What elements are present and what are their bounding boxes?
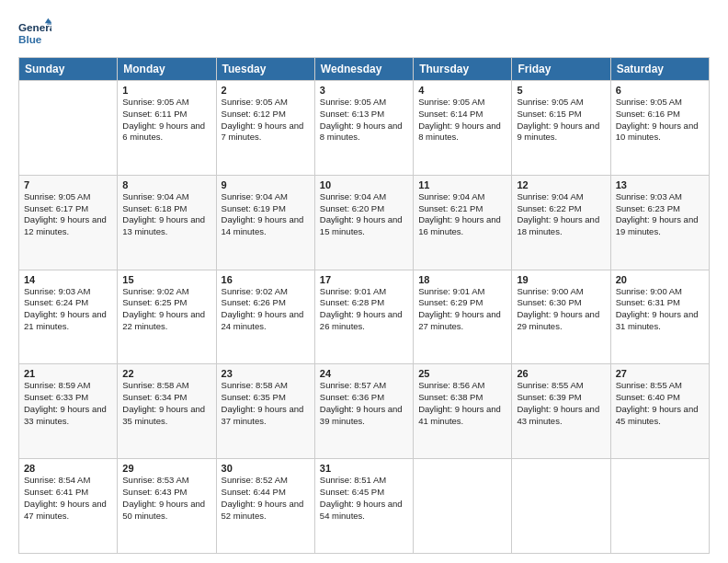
- daylight-label: Daylight: 9 hours and 27 minutes.: [418, 309, 501, 331]
- sunrise-label: Sunrise: 8:56 AM: [418, 380, 484, 390]
- day-number: 21: [24, 368, 112, 379]
- day-number: 13: [616, 179, 704, 190]
- day-number: 28: [24, 463, 112, 474]
- calendar-body: 1 Sunrise: 9:05 AM Sunset: 6:11 PM Dayli…: [19, 81, 710, 554]
- calendar-cell: 29 Sunrise: 8:53 AM Sunset: 6:43 PM Dayl…: [118, 459, 216, 554]
- sunset-label: Sunset: 6:29 PM: [418, 297, 483, 307]
- day-number: 15: [122, 274, 210, 285]
- sunrise-label: Sunrise: 9:01 AM: [320, 286, 386, 296]
- week-row-1: 7 Sunrise: 9:05 AM Sunset: 6:17 PM Dayli…: [19, 175, 710, 270]
- sunset-label: Sunset: 6:38 PM: [418, 392, 483, 402]
- daylight-label: Daylight: 9 hours and 15 minutes.: [320, 214, 403, 236]
- daylight-label: Daylight: 9 hours and 7 minutes.: [222, 121, 304, 143]
- day-info: Sunrise: 8:58 AM Sunset: 6:34 PM Dayligh…: [122, 380, 210, 427]
- day-header-wednesday: Wednesday: [314, 58, 413, 81]
- day-info: Sunrise: 9:05 AM Sunset: 6:17 PM Dayligh…: [24, 191, 112, 238]
- day-number: 26: [517, 368, 605, 379]
- calendar-cell: 16 Sunrise: 9:02 AM Sunset: 6:26 PM Dayl…: [216, 270, 314, 364]
- calendar-cell: 1 Sunrise: 9:05 AM Sunset: 6:11 PM Dayli…: [118, 81, 216, 176]
- daylight-label: Daylight: 9 hours and 31 minutes.: [616, 309, 699, 331]
- sunrise-label: Sunrise: 9:04 AM: [418, 191, 484, 201]
- sunset-label: Sunset: 6:31 PM: [616, 297, 680, 307]
- daylight-label: Daylight: 9 hours and 47 minutes.: [24, 499, 107, 521]
- calendar-cell: 10 Sunrise: 9:04 AM Sunset: 6:20 PM Dayl…: [314, 175, 413, 270]
- sunset-label: Sunset: 6:23 PM: [616, 203, 680, 213]
- daylight-label: Daylight: 9 hours and 22 minutes.: [122, 309, 205, 331]
- sunrise-label: Sunrise: 9:02 AM: [222, 286, 288, 296]
- day-info: Sunrise: 9:01 AM Sunset: 6:28 PM Dayligh…: [320, 286, 408, 333]
- day-number: 11: [418, 179, 506, 190]
- day-number: 14: [24, 274, 112, 285]
- sunrise-label: Sunrise: 8:54 AM: [24, 475, 90, 485]
- calendar-cell: 3 Sunrise: 9:05 AM Sunset: 6:13 PM Dayli…: [314, 81, 413, 176]
- day-info: Sunrise: 9:03 AM Sunset: 6:24 PM Dayligh…: [24, 286, 112, 333]
- day-info: Sunrise: 9:04 AM Sunset: 6:21 PM Dayligh…: [418, 191, 506, 238]
- sunset-label: Sunset: 6:17 PM: [24, 203, 88, 213]
- calendar-cell: 24 Sunrise: 8:57 AM Sunset: 6:36 PM Dayl…: [314, 364, 413, 459]
- week-row-3: 21 Sunrise: 8:59 AM Sunset: 6:33 PM Dayl…: [19, 364, 710, 459]
- daylight-label: Daylight: 9 hours and 19 minutes.: [616, 214, 699, 236]
- day-number: 9: [222, 179, 310, 190]
- day-info: Sunrise: 9:04 AM Sunset: 6:22 PM Dayligh…: [517, 191, 605, 238]
- calendar-cell: 12 Sunrise: 9:04 AM Sunset: 6:22 PM Dayl…: [512, 175, 610, 270]
- calendar-cell: 26 Sunrise: 8:55 AM Sunset: 6:39 PM Dayl…: [512, 364, 610, 459]
- calendar-cell: 14 Sunrise: 9:03 AM Sunset: 6:24 PM Dayl…: [19, 270, 118, 364]
- day-header-friday: Friday: [512, 58, 610, 81]
- daylight-label: Daylight: 9 hours and 45 minutes.: [616, 404, 699, 426]
- calendar-cell: 7 Sunrise: 9:05 AM Sunset: 6:17 PM Dayli…: [19, 175, 118, 270]
- sunset-label: Sunset: 6:34 PM: [122, 392, 187, 402]
- daylight-label: Daylight: 9 hours and 54 minutes.: [320, 499, 403, 521]
- sunrise-label: Sunrise: 8:55 AM: [517, 380, 583, 390]
- day-number: 6: [616, 85, 704, 96]
- day-header-tuesday: Tuesday: [216, 58, 314, 81]
- daylight-label: Daylight: 9 hours and 21 minutes.: [24, 309, 107, 331]
- day-info: Sunrise: 9:02 AM Sunset: 6:26 PM Dayligh…: [222, 286, 310, 333]
- sunrise-label: Sunrise: 9:04 AM: [122, 191, 188, 201]
- calendar-cell: 28 Sunrise: 8:54 AM Sunset: 6:41 PM Dayl…: [19, 459, 118, 554]
- sunset-label: Sunset: 6:40 PM: [616, 392, 680, 402]
- sunrise-label: Sunrise: 9:01 AM: [418, 286, 484, 296]
- sunrise-label: Sunrise: 9:00 AM: [517, 286, 583, 296]
- day-info: Sunrise: 9:05 AM Sunset: 6:13 PM Dayligh…: [320, 97, 408, 144]
- calendar-cell: 27 Sunrise: 8:55 AM Sunset: 6:40 PM Dayl…: [610, 364, 709, 459]
- sunrise-label: Sunrise: 9:05 AM: [418, 97, 484, 107]
- calendar-cell: [610, 459, 709, 554]
- daylight-label: Daylight: 9 hours and 14 minutes.: [222, 214, 304, 236]
- calendar-cell: [19, 81, 118, 176]
- sunset-label: Sunset: 6:35 PM: [222, 392, 286, 402]
- header: General Blue: [18, 17, 710, 50]
- day-number: 8: [122, 179, 210, 190]
- day-info: Sunrise: 9:05 AM Sunset: 6:14 PM Dayligh…: [418, 97, 506, 144]
- day-number: 1: [122, 85, 210, 96]
- sunset-label: Sunset: 6:19 PM: [222, 203, 286, 213]
- sunrise-label: Sunrise: 8:51 AM: [320, 475, 386, 485]
- sunrise-label: Sunrise: 8:53 AM: [122, 475, 188, 485]
- day-number: 19: [517, 274, 605, 285]
- sunrise-label: Sunrise: 9:02 AM: [122, 286, 188, 296]
- sunset-label: Sunset: 6:44 PM: [222, 487, 286, 497]
- daylight-label: Daylight: 9 hours and 35 minutes.: [122, 404, 205, 426]
- sunrise-label: Sunrise: 9:05 AM: [222, 97, 288, 107]
- calendar-cell: [414, 459, 512, 554]
- sunrise-label: Sunrise: 8:58 AM: [222, 380, 288, 390]
- sunset-label: Sunset: 6:28 PM: [320, 297, 384, 307]
- day-number: 27: [616, 368, 704, 379]
- sunset-label: Sunset: 6:24 PM: [24, 297, 88, 307]
- day-info: Sunrise: 9:00 AM Sunset: 6:31 PM Dayligh…: [616, 286, 704, 333]
- day-info: Sunrise: 9:02 AM Sunset: 6:25 PM Dayligh…: [122, 286, 210, 333]
- sunrise-label: Sunrise: 8:59 AM: [24, 380, 90, 390]
- daylight-label: Daylight: 9 hours and 18 minutes.: [517, 214, 599, 236]
- sunset-label: Sunset: 6:21 PM: [418, 203, 483, 213]
- calendar-cell: 5 Sunrise: 9:05 AM Sunset: 6:15 PM Dayli…: [512, 81, 610, 176]
- day-number: 30: [222, 463, 310, 474]
- day-number: 29: [122, 463, 210, 474]
- sunrise-label: Sunrise: 9:04 AM: [517, 191, 583, 201]
- sunrise-label: Sunrise: 8:57 AM: [320, 380, 386, 390]
- sunrise-label: Sunrise: 9:05 AM: [24, 191, 90, 201]
- sunset-label: Sunset: 6:45 PM: [320, 487, 384, 497]
- sunrise-label: Sunrise: 8:52 AM: [222, 475, 288, 485]
- day-number: 12: [517, 179, 605, 190]
- day-header-monday: Monday: [118, 58, 216, 81]
- day-info: Sunrise: 8:54 AM Sunset: 6:41 PM Dayligh…: [24, 475, 112, 522]
- sunset-label: Sunset: 6:22 PM: [517, 203, 581, 213]
